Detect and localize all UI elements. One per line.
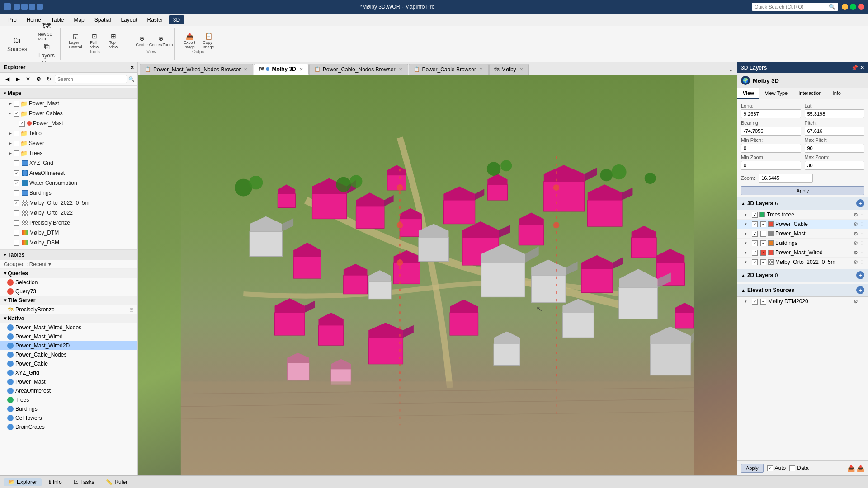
edit-icon[interactable]: ✎ xyxy=(113,169,120,177)
layer-checkbox2[interactable] xyxy=(760,240,766,246)
elevation-chevron-icon[interactable]: ▲ xyxy=(741,288,745,293)
quick-search-input[interactable] xyxy=(755,4,827,9)
edit-icon[interactable]: ✎ xyxy=(113,120,120,127)
layer-xyz-grid[interactable]: XYZ_Grid ✎ ▣ ⋮ xyxy=(0,158,137,168)
tab-interaction[interactable]: Interaction xyxy=(793,88,827,99)
more-icon[interactable]: ⋮ xyxy=(859,212,864,218)
3d-layer-buildings[interactable]: ▾ Buildings ⚙ ⋮ xyxy=(737,239,868,248)
search-button[interactable]: 🔍 xyxy=(128,76,135,82)
center-button[interactable]: ⊕ Center xyxy=(133,34,151,47)
top-view-button[interactable]: ⊞ TopView xyxy=(105,34,122,47)
layers-button[interactable]: ⧉ Layers xyxy=(38,42,56,59)
layer-checkbox[interactable] xyxy=(14,131,19,136)
layer-checkbox[interactable] xyxy=(14,170,19,176)
layer-checkbox2[interactable] xyxy=(760,299,766,305)
menu-3d[interactable]: 3D xyxy=(169,15,184,24)
3d-layers-section-header[interactable]: ▲ 3D Layers 6 + xyxy=(737,197,868,210)
scroll-icon[interactable]: ⊟ xyxy=(129,306,134,313)
settings-icon[interactable]: ⚙ xyxy=(854,259,858,265)
native-cell-towers[interactable]: CellTowers xyxy=(0,413,137,422)
sources-button[interactable]: 🗂 Sources xyxy=(8,35,26,53)
search-box[interactable] xyxy=(55,75,127,83)
tile-server-header[interactable]: ▾ Tile Server xyxy=(0,296,137,305)
layer-checkbox[interactable] xyxy=(752,259,758,265)
layer-sewer[interactable]: ▶ 📁 Sewer xyxy=(0,138,137,148)
native-drain-grates[interactable]: DrainGrates xyxy=(0,422,137,432)
export-image-button[interactable]: 📤 ExportImage xyxy=(181,34,198,47)
style-icon[interactable]: ▣ xyxy=(121,120,128,127)
settings-icon[interactable]: ⚙ xyxy=(854,240,858,246)
copy-image-button[interactable]: 📋 CopyImage xyxy=(200,34,217,47)
apply-view-button[interactable]: Apply xyxy=(741,186,864,195)
lat-input[interactable] xyxy=(805,109,865,118)
import-icon[interactable]: 📥 xyxy=(847,465,855,472)
layer-control-button[interactable]: ◱ LayerControl xyxy=(67,34,84,47)
more-icon[interactable]: ⋮ xyxy=(859,299,864,305)
layer-checkbox[interactable] xyxy=(14,111,19,117)
map-area[interactable]: ↖ xyxy=(138,75,737,475)
auto-checkbox[interactable] xyxy=(767,465,773,471)
dropdown-icon[interactable]: ▾ xyxy=(48,261,51,267)
properties-tool[interactable]: ⚙ xyxy=(34,75,43,84)
more-icon[interactable]: ⋮ xyxy=(859,240,864,246)
menu-spatial[interactable]: Spatial xyxy=(90,15,116,24)
2d-layers-chevron-icon[interactable]: ▲ xyxy=(741,273,745,278)
layer-checkbox[interactable] xyxy=(14,141,19,146)
quick-search-box[interactable]: 🔍 xyxy=(752,3,838,11)
3d-layer-power-cable[interactable]: ▾ Power_Cable ⚙ ⋮ xyxy=(737,220,868,229)
layer-checkbox2[interactable] xyxy=(760,221,766,227)
native-power-cable-nodes[interactable]: Power_Cable_Nodes xyxy=(0,350,137,359)
layer-trees[interactable]: ▶ 📁 Trees xyxy=(0,148,137,158)
layer-checkbox[interactable] xyxy=(14,160,19,166)
3d-layer-trees[interactable]: ▾ Trees treee ⚙ ⋮ xyxy=(737,210,868,220)
2d-layers-section-header[interactable]: ▲ 2D Layers 0 + xyxy=(737,269,868,282)
layer-molby-orto-2022[interactable]: Mølby_Orto_2022 xyxy=(0,208,137,218)
tab-info[interactable]: ℹ Info xyxy=(44,478,66,486)
tab-power-cable-nodes-browser[interactable]: 📋 Power_Cable_Nodes Browser ✕ xyxy=(309,64,408,75)
tab-molby[interactable]: 🗺 Mølby ✕ xyxy=(489,64,529,75)
center-zoom-button[interactable]: ⊕ Center/Zoom xyxy=(152,34,170,47)
bearing-input[interactable] xyxy=(741,127,801,136)
settings-icon[interactable]: ⚙ xyxy=(854,250,858,256)
3d-layers-chevron-icon[interactable]: ▲ xyxy=(741,201,745,206)
layer-checkbox[interactable] xyxy=(14,180,19,186)
long-input[interactable] xyxy=(741,109,801,118)
layer-buildings[interactable]: Buildings xyxy=(0,188,137,198)
tab-explorer[interactable]: 📂 Explorer xyxy=(4,478,42,486)
layer-power-mast-sub[interactable]: Power_Mast ✎ ▣ ⋮ xyxy=(0,118,137,128)
close-tool[interactable]: ✕ xyxy=(24,75,33,84)
explorer-close-icon[interactable]: ✕ xyxy=(130,65,134,70)
more-icon[interactable]: ⋮ xyxy=(859,221,864,227)
add-elevation-button[interactable]: + xyxy=(856,286,864,294)
layer-water-consumption[interactable]: Water Consumption ✎ ▣ ⋮ xyxy=(0,178,137,188)
table-precisely-bronze[interactable]: 🗺 PreciselyBronze ⊟ xyxy=(0,305,137,314)
forward-button[interactable]: ▶ xyxy=(13,75,22,84)
3d-layer-power-mast-wired[interactable]: ▾ Power_Mast_Wired ⚙ ⋮ xyxy=(737,248,868,258)
layer-molby-dtm[interactable]: Mølby_DTM xyxy=(0,228,137,238)
search-input[interactable] xyxy=(57,76,124,82)
bottom-apply-button[interactable]: Apply xyxy=(741,464,764,473)
native-trees[interactable]: Trees xyxy=(0,395,137,404)
tab-info[interactable]: Info xyxy=(827,88,846,99)
more-icon[interactable]: ⋮ xyxy=(859,231,864,237)
native-power-mast-wired[interactable]: Power_Mast_Wired xyxy=(0,332,137,341)
layer-checkbox[interactable] xyxy=(14,240,19,246)
layer-area-of-interest[interactable]: AreaOfInterest ✎ ▣ ⋮ xyxy=(0,168,137,178)
more-icon[interactable]: ⋮ xyxy=(128,179,136,187)
more-icon[interactable]: ⋮ xyxy=(128,120,136,127)
maximize-button[interactable] xyxy=(850,4,856,10)
menu-map[interactable]: Map xyxy=(69,15,89,24)
layer-power-mast[interactable]: ▶ 📁 Power_Mast xyxy=(0,99,137,108)
tab-tasks[interactable]: ☑ Tasks xyxy=(69,478,99,486)
native-xyz-grid[interactable]: XYZ_Grid xyxy=(0,368,137,377)
table-selection[interactable]: Selection xyxy=(0,278,137,287)
native-power-mast-wired-nodes[interactable]: Power_Mast_Wired_Nodes xyxy=(0,323,137,332)
max-pitch-input[interactable] xyxy=(805,144,865,153)
close-button[interactable] xyxy=(858,4,864,10)
layer-molby-orto-2022-05m[interactable]: Mølby_Orto_2022_0_5m xyxy=(0,198,137,208)
layer-checkbox[interactable] xyxy=(752,221,758,227)
table-query73[interactable]: Query73 xyxy=(0,287,137,296)
full-view-button[interactable]: ⊡ FullView xyxy=(86,34,103,47)
menu-raster[interactable]: Raster xyxy=(142,15,167,24)
layer-checkbox2[interactable] xyxy=(760,259,766,265)
